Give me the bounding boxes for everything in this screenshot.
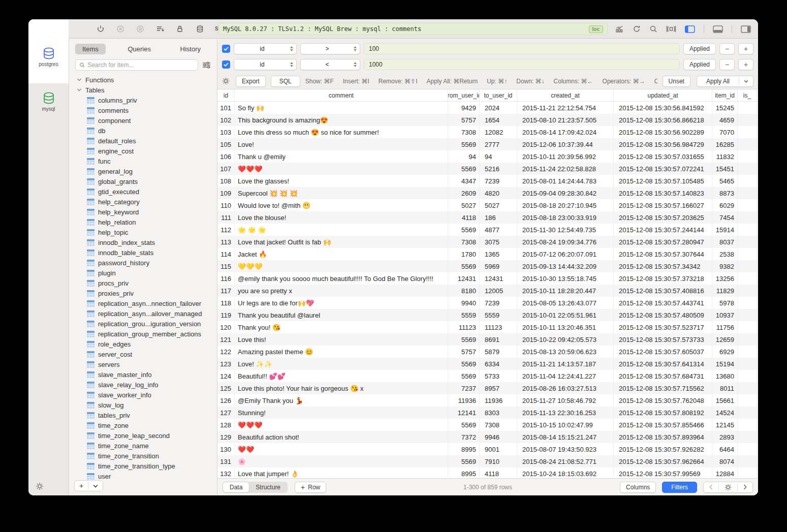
sidebar-item-table[interactable]: procs_priv [69, 278, 217, 288]
cell-created_at[interactable]: 2015-11-13 22:30:16.253 [517, 406, 614, 419]
cell-to_user_id[interactable]: 4118 [480, 467, 517, 478]
cell-is_[interactable] [738, 467, 757, 478]
cell-comment[interactable]: Thank you! 😘 [235, 321, 448, 333]
cell-from_user_id[interactable]: 7308 [448, 236, 480, 248]
cell-comment[interactable]: Ur legs are to die for🙌💖 [235, 297, 448, 309]
cell-created_at[interactable]: 2015-10-01 22:05:51.961 [517, 309, 614, 321]
cell-item_id[interactable]: 8873 [712, 187, 738, 199]
cell-to_user_id[interactable]: 5027 [480, 199, 517, 211]
cell-is_[interactable] [738, 333, 757, 346]
cell-comment[interactable]: Love! [235, 138, 448, 150]
cell-comment[interactable]: Thank you beautiful @laurel [235, 309, 448, 321]
cell-item_id[interactable]: 5978 [712, 297, 738, 309]
cell-is_[interactable] [738, 150, 757, 163]
cell-item_id[interactable]: 8011 [712, 382, 738, 394]
cell-is_[interactable] [738, 114, 757, 126]
tree-group-functions[interactable]: Functions [69, 75, 217, 85]
cell-id[interactable]: 111 [217, 211, 235, 224]
table-row[interactable]: 118Ur legs are to die for🙌💖994072392015-… [217, 297, 758, 309]
cell-updated_at[interactable]: 2015-12-08 15:30:56.841592 [614, 102, 712, 114]
cell-from_user_id[interactable]: 5569 [448, 419, 480, 431]
cell-created_at[interactable]: 2015-10-11 20:39:56.992 [517, 150, 614, 163]
sidebar-item-table[interactable]: proxies_priv [69, 288, 217, 298]
cell-id[interactable]: 108 [217, 175, 235, 187]
table-row[interactable]: 107❤️❤️❤️556952162015-11-24 22:02:58.828… [217, 163, 758, 175]
table-row[interactable]: 114Jacket 🔥178013652015-07-12 06:20:07.0… [217, 248, 758, 260]
table-row[interactable]: 125Love this photo! Your hair is gorgeou… [217, 382, 758, 394]
tab-queries[interactable]: Queries [120, 44, 158, 54]
cell-updated_at[interactable]: 2015-12-08 15:30:57.307644 [614, 248, 712, 260]
cell-id[interactable]: 129 [217, 431, 235, 443]
cell-comment[interactable]: So fly 🙌 [235, 102, 448, 114]
table-row[interactable]: 108Love the glasses!434772392015-08-01 1… [217, 175, 758, 187]
table-row[interactable]: 120Thank you! 😘11123111232015-10-11 13:2… [217, 321, 758, 333]
cell-item_id[interactable]: 6029 [712, 199, 738, 211]
cell-is_[interactable] [738, 309, 757, 321]
cell-from_user_id[interactable]: 7308 [448, 126, 480, 138]
cell-created_at[interactable]: 2015-08-07 19:43:50.923 [517, 443, 614, 455]
cell-item_id[interactable]: 15914 [712, 224, 738, 236]
cell-from_user_id[interactable]: 5569 [448, 333, 480, 346]
cell-from_user_id[interactable]: 2609 [448, 187, 480, 199]
cell-from_user_id[interactable]: 11123 [448, 321, 480, 333]
cell-to_user_id[interactable]: 11123 [480, 321, 517, 333]
cell-id[interactable]: 120 [217, 321, 235, 333]
cell-from_user_id[interactable]: 11936 [448, 394, 480, 406]
cell-is_[interactable] [738, 163, 757, 175]
cell-is_[interactable] [738, 187, 757, 199]
cell-id[interactable]: 124 [217, 370, 235, 382]
cell-comment[interactable]: you are so pretty x [235, 285, 448, 297]
cell-item_id[interactable]: 15451 [712, 163, 738, 175]
cell-to_user_id[interactable]: 7239 [480, 297, 517, 309]
prev-page-button[interactable] [704, 484, 718, 490]
cell-id[interactable]: 128 [217, 419, 235, 431]
cell-updated_at[interactable]: 2015-12-08 15:30:57.573733 [614, 333, 712, 346]
cell-from_user_id[interactable]: 5569 [448, 455, 480, 467]
cell-is_[interactable] [738, 382, 757, 394]
cell-comment[interactable]: Supercool 💥 💥 💥 [235, 187, 448, 199]
sidebar-item-table[interactable]: engine_cost [69, 146, 217, 156]
sidebar-item-table[interactable]: db [69, 126, 217, 136]
search-input[interactable] [87, 61, 194, 69]
cell-item_id[interactable]: 2893 [712, 431, 738, 443]
cell-item_id[interactable]: 7070 [712, 126, 738, 138]
cell-id[interactable]: 122 [217, 346, 235, 358]
cell-created_at[interactable]: 2015-11-24 22:02:58.828 [517, 163, 614, 175]
cell-to_user_id[interactable]: 186 [480, 211, 517, 224]
cell-from_user_id[interactable]: 8995 [448, 443, 480, 455]
disconnect-icon[interactable] [96, 24, 105, 34]
cell-comment[interactable]: Beautiful!! 💕💕 [235, 370, 448, 382]
cell-to_user_id[interactable]: 4877 [480, 224, 517, 236]
cell-item_id[interactable]: 6464 [712, 443, 738, 455]
cell-created_at[interactable]: 2015-10-15 10:02:47.99 [517, 419, 614, 431]
cell-id[interactable]: 113 [217, 236, 235, 248]
cell-to_user_id[interactable]: 94 [480, 150, 517, 163]
cell-is_[interactable] [738, 443, 757, 455]
search-icon[interactable] [649, 25, 657, 33]
column-header-to_user_id[interactable]: to_user_id [480, 89, 517, 101]
cell-updated_at[interactable]: 2015-12-08 15:30:57.203625 [614, 211, 712, 224]
settings-gear-icon[interactable] [36, 482, 44, 490]
cell-to_user_id[interactable]: 7308 [480, 419, 517, 431]
column-header-item_id[interactable]: item_id [712, 89, 738, 101]
cell-id[interactable]: 118 [217, 297, 235, 309]
cell-is_[interactable] [738, 260, 757, 272]
cell-item_id[interactable]: 15245 [712, 102, 738, 114]
table-settings-gear-icon[interactable] [222, 77, 230, 85]
filters-button[interactable]: Filters [662, 482, 697, 493]
cell-to_user_id[interactable]: 7910 [480, 455, 517, 467]
cell-item_id[interactable]: 12884 [712, 467, 738, 478]
add-item-button[interactable]: + [74, 480, 103, 491]
cell-id[interactable]: 109 [217, 187, 235, 199]
cell-updated_at[interactable]: 2015-12-08 15:30:57.280947 [614, 236, 712, 248]
cell-updated_at[interactable]: 2015-12-08 15:30:57.808192 [614, 406, 712, 419]
table-row[interactable]: 117you are so pretty x8180120052015-10-1… [217, 285, 758, 297]
sidebar-item-table[interactable]: password_history [69, 258, 217, 268]
table-row[interactable]: 115💛💛💛556959692015-09-13 14:44:32.209201… [217, 260, 758, 272]
cell-item_id[interactable]: 8074 [712, 455, 738, 467]
cell-from_user_id[interactable]: 4347 [448, 175, 480, 187]
cell-created_at[interactable]: 2015-09-13 14:44:32.209 [517, 260, 614, 272]
cell-from_user_id[interactable]: 1780 [448, 248, 480, 260]
table-row[interactable]: 126@Emily Thank you 💃11936119362015-11-2… [217, 394, 758, 406]
cell-from_user_id[interactable]: 5569 [448, 163, 480, 175]
